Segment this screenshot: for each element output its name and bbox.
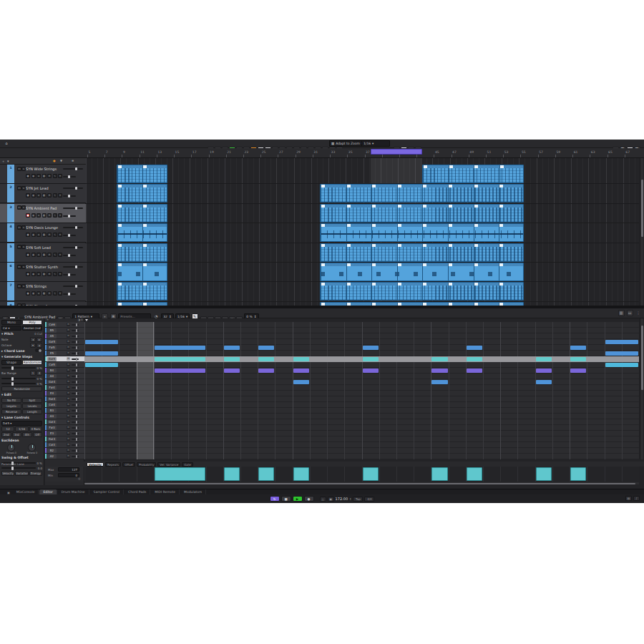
drum-lane[interactable]: B5M bbox=[45, 328, 84, 333]
hub-home-icon[interactable]: ⌂ bbox=[4, 140, 10, 147]
note-event[interactable] bbox=[536, 357, 552, 361]
note-event[interactable] bbox=[431, 369, 447, 373]
pan-handle[interactable] bbox=[68, 215, 70, 218]
lane-mute-button[interactable]: M bbox=[67, 328, 70, 332]
track-control-icon[interactable]: ❄ bbox=[47, 291, 52, 296]
track-control-icon[interactable]: ▦ bbox=[42, 213, 47, 218]
lane-fader-handle[interactable] bbox=[76, 369, 77, 372]
track-row[interactable]: 1msSYN Wide Strings●◉e▦❄∿≡ bbox=[0, 165, 86, 184]
track-control-icon[interactable]: ∿ bbox=[53, 272, 57, 276]
lane-mute-button[interactable]: M bbox=[67, 420, 70, 424]
drum-lane[interactable]: G#5M bbox=[45, 339, 84, 345]
lane-fader[interactable] bbox=[72, 330, 79, 331]
zone-tab-chord-pads[interactable]: Chord Pads bbox=[125, 489, 150, 494]
lane-fader-handle[interactable] bbox=[76, 381, 77, 384]
note-event[interactable] bbox=[570, 357, 586, 361]
note-event[interactable] bbox=[467, 369, 482, 373]
lane-fader[interactable] bbox=[72, 456, 79, 457]
lane-fader-handle[interactable] bbox=[76, 398, 77, 401]
note-event[interactable] bbox=[363, 346, 379, 350]
drum-lane[interactable]: F#4M bbox=[45, 385, 84, 391]
inspector-button[interactable]: No Fill bbox=[1, 398, 21, 403]
inspector-tab[interactable]: Randomize bbox=[22, 360, 42, 365]
note-event[interactable] bbox=[155, 357, 205, 361]
lane-mute-button[interactable]: M bbox=[67, 403, 70, 406]
pan-handle[interactable] bbox=[68, 254, 70, 257]
velocity-bar[interactable] bbox=[224, 467, 240, 481]
note-event[interactable] bbox=[85, 363, 118, 367]
lane-fader-handle[interactable] bbox=[76, 392, 77, 395]
volume-handle[interactable] bbox=[75, 167, 77, 170]
lane-fader[interactable] bbox=[72, 404, 79, 406]
track-control-icon[interactable]: e bbox=[36, 174, 41, 178]
velocity-bar[interactable] bbox=[467, 467, 482, 481]
section-header[interactable]: Euclidean bbox=[1, 438, 42, 443]
lane-fader[interactable] bbox=[72, 347, 79, 348]
lane-mute-button[interactable]: M bbox=[67, 386, 70, 389]
lane-fader-handle[interactable] bbox=[76, 426, 77, 429]
velocity-bar[interactable] bbox=[155, 467, 205, 481]
velocity-bar[interactable] bbox=[570, 467, 586, 481]
learn-icon[interactable]: ◎ bbox=[78, 477, 81, 480]
volume-handle[interactable] bbox=[75, 207, 77, 210]
inspector-button[interactable]: Levels bbox=[22, 404, 42, 409]
lane-fader[interactable] bbox=[72, 387, 79, 389]
lane-mute-button[interactable]: M bbox=[67, 409, 70, 412]
drum-lane[interactable]: A5M bbox=[45, 333, 84, 339]
zone-tab-editor[interactable]: Editor bbox=[39, 489, 57, 494]
inspector-button[interactable]: 3rd bbox=[12, 432, 22, 437]
inspector-button[interactable]: Reverse bbox=[1, 409, 21, 414]
lane-mute-button[interactable]: M bbox=[67, 340, 70, 343]
track-control-icon[interactable]: ◉ bbox=[31, 213, 36, 218]
lane-fader-handle[interactable] bbox=[76, 421, 77, 424]
note-event[interactable] bbox=[363, 357, 379, 361]
record-enable-icon[interactable]: ● bbox=[26, 174, 30, 178]
track-control-icon[interactable]: ∿ bbox=[53, 253, 57, 257]
track-control-icon[interactable]: ❄ bbox=[47, 272, 52, 276]
inspector-button[interactable]: Velocity bbox=[1, 471, 14, 476]
pan-handle[interactable] bbox=[68, 293, 70, 296]
drum-lane[interactable]: C#5M bbox=[45, 362, 84, 368]
track-control-icon[interactable]: ▦ bbox=[42, 291, 47, 296]
lane-fader[interactable] bbox=[72, 439, 79, 440]
note-event[interactable] bbox=[293, 380, 309, 384]
drum-lane[interactable]: B4M bbox=[45, 368, 84, 374]
drum-lane[interactable]: C#3M bbox=[45, 442, 84, 448]
section-header[interactable]: ▾ Lane Controls bbox=[1, 415, 42, 420]
inspector-button[interactable]: Legato bbox=[1, 404, 21, 409]
velocity-bar[interactable] bbox=[363, 467, 379, 481]
lane-mute-button[interactable]: M bbox=[67, 346, 70, 349]
lane-fader[interactable] bbox=[72, 364, 79, 366]
drum-lane[interactable]: E5M bbox=[45, 351, 84, 356]
inspector-button[interactable]: 4 Bars bbox=[29, 426, 42, 431]
track-control-icon[interactable]: e bbox=[36, 253, 41, 257]
note-event[interactable] bbox=[605, 340, 638, 344]
pan-handle[interactable] bbox=[68, 175, 70, 178]
note-event[interactable] bbox=[155, 346, 205, 350]
cycle-button[interactable]: ↻ bbox=[270, 496, 280, 502]
note-event[interactable] bbox=[293, 369, 309, 373]
section-header[interactable]: Swing & Offset bbox=[1, 455, 42, 460]
track-control-icon[interactable]: ≡ bbox=[58, 233, 62, 237]
inspector-slider[interactable] bbox=[1, 383, 36, 384]
velocity-bar[interactable] bbox=[536, 467, 552, 481]
lane-fader-handle[interactable] bbox=[76, 341, 77, 343]
note-event[interactable] bbox=[224, 369, 240, 373]
note-event[interactable] bbox=[85, 340, 118, 344]
volume-slider[interactable] bbox=[63, 286, 83, 287]
note-event[interactable] bbox=[536, 369, 552, 373]
setting-button[interactable]: ▸ bbox=[36, 337, 42, 342]
lane-mute-button[interactable]: M bbox=[67, 426, 70, 429]
volume-slider[interactable] bbox=[63, 187, 83, 189]
record-enable-icon[interactable]: ● bbox=[26, 272, 30, 276]
note-event[interactable] bbox=[467, 346, 482, 350]
editor-menu-icon[interactable]: ⋮ bbox=[635, 310, 642, 316]
lane-fader-handle[interactable] bbox=[76, 438, 77, 441]
note-event[interactable] bbox=[536, 380, 552, 384]
section-header[interactable]: ▾ Edit bbox=[1, 392, 42, 397]
lane-fader[interactable] bbox=[72, 370, 79, 371]
inspector-button[interactable]: 2nd bbox=[1, 432, 11, 437]
midi-clip[interactable] bbox=[422, 165, 524, 183]
lane-mute-button[interactable]: M bbox=[67, 414, 70, 418]
editor-hscrollbar[interactable] bbox=[84, 482, 639, 484]
